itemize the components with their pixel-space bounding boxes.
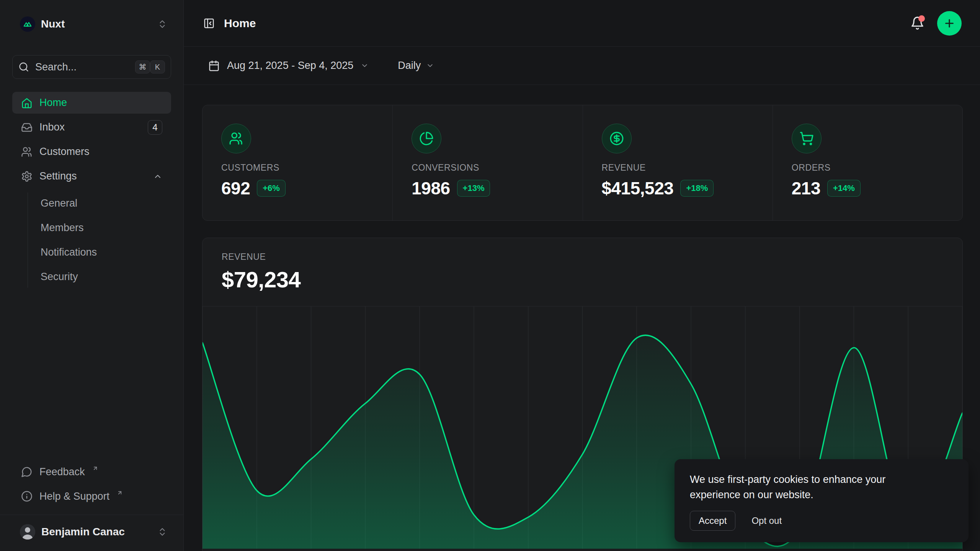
- sidebar-item-notifications[interactable]: Notifications: [28, 241, 171, 263]
- stats-card: CUSTOMERS 692 +6% CONVERSIONS 1986 +13%: [202, 105, 963, 221]
- filters-toolbar: Aug 21, 2025 - Sep 4, 2025 Daily: [184, 47, 980, 85]
- revenue-chart-header: REVENUE $79,234: [203, 238, 962, 292]
- search-icon: [18, 62, 29, 72]
- search-input[interactable]: [35, 61, 129, 73]
- sidebar-item-home[interactable]: Home: [12, 92, 171, 114]
- stat-orders: ORDERS 213 +14%: [773, 105, 962, 220]
- calendar-icon: [208, 60, 220, 72]
- external-link-icon: [117, 490, 123, 496]
- stat-customers: CUSTOMERS 692 +6%: [203, 105, 392, 220]
- stat-delta-badge: +18%: [680, 180, 714, 197]
- users-icon: [229, 131, 243, 146]
- search-input-wrapper: ⌘ K: [12, 55, 171, 79]
- circle-dollar-icon: [609, 131, 624, 146]
- search-shortcut: ⌘ K: [135, 60, 165, 73]
- user-name: Benjamin Canac: [41, 526, 151, 538]
- stat-label: CUSTOMERS: [221, 163, 392, 173]
- pie-chart-icon: [419, 131, 434, 146]
- sidebar-item-label: Customers: [39, 146, 90, 158]
- period-label: Daily: [398, 60, 421, 72]
- date-range-button[interactable]: Aug 21, 2025 - Sep 4, 2025: [202, 54, 375, 78]
- sidebar-item-label: Home: [39, 97, 67, 109]
- help-support-link[interactable]: Help & Support: [12, 486, 171, 507]
- stat-delta-badge: +6%: [257, 180, 286, 197]
- inbox-count-badge: 4: [148, 120, 162, 135]
- date-range-label: Aug 21, 2025 - Sep 4, 2025: [227, 60, 353, 72]
- period-select[interactable]: Daily: [392, 54, 440, 78]
- stat-value: 213: [792, 178, 820, 199]
- stat-revenue: REVENUE $415,523 +18%: [583, 105, 773, 220]
- sidebar-nav: Home Inbox 4 Customers Settings General …: [12, 92, 171, 288]
- chevron-down-icon: [426, 62, 434, 70]
- stat-conversions: CONVERSIONS 1986 +13%: [392, 105, 582, 220]
- cookie-banner: We use first-party cookies to enhance yo…: [675, 459, 969, 542]
- stat-label: CONVERSIONS: [412, 163, 582, 173]
- page-header: Home: [184, 0, 980, 47]
- info-circle-icon: [21, 491, 33, 502]
- sidebar-item-members[interactable]: Members: [28, 217, 171, 239]
- team-switcher[interactable]: Nuxt: [12, 15, 171, 34]
- sidebar-item-customers[interactable]: Customers: [12, 141, 171, 163]
- revenue-chart-label: REVENUE: [222, 252, 943, 262]
- panel-left-close-icon: [203, 18, 215, 29]
- settings-subnav: General Members Notifications Security: [28, 192, 171, 288]
- sidebar-item-label: Settings: [39, 170, 77, 182]
- stat-value: 692: [221, 178, 250, 199]
- stat-value: 1986: [412, 178, 450, 199]
- avatar: [20, 524, 35, 540]
- sidebar-footer-links: Feedback Help & Support: [12, 461, 171, 507]
- home-icon: [21, 97, 33, 109]
- notifications-button[interactable]: [909, 15, 926, 32]
- stat-delta-badge: +14%: [827, 180, 861, 197]
- stat-value: $415,523: [602, 178, 674, 199]
- nuxt-logo-icon: [20, 16, 35, 32]
- cart-icon: [799, 131, 814, 146]
- revenue-chart-value: $79,234: [222, 267, 943, 292]
- stat-label: REVENUE: [602, 163, 773, 173]
- external-link-icon: [92, 465, 98, 471]
- chat-bubble-icon: [21, 466, 33, 478]
- plus-icon: [943, 17, 956, 29]
- cmd-key: ⌘: [135, 60, 150, 73]
- team-name: Nuxt: [41, 18, 152, 30]
- notification-dot: [918, 15, 925, 22]
- sidebar-item-general[interactable]: General: [28, 192, 171, 214]
- sidebar-item-settings[interactable]: Settings: [12, 165, 171, 187]
- inbox-icon: [21, 122, 33, 133]
- cookie-message: We use first-party cookies to enhance yo…: [690, 472, 923, 502]
- page-title: Home: [224, 17, 256, 30]
- chevrons-up-down-icon: [157, 19, 167, 29]
- sidebar: Nuxt ⌘ K Home Inbox 4 Customers: [0, 0, 184, 551]
- add-button[interactable]: [937, 11, 962, 36]
- dashboard-root: Nuxt ⌘ K Home Inbox 4 Customers: [0, 0, 980, 551]
- chevron-down-icon: [361, 62, 369, 70]
- sidebar-item-label: Inbox: [39, 121, 65, 133]
- chevrons-up-down-icon: [157, 527, 167, 537]
- optout-cookies-button[interactable]: Opt out: [751, 515, 782, 526]
- stat-label: ORDERS: [792, 163, 962, 173]
- user-menu[interactable]: Benjamin Canac: [12, 515, 171, 549]
- accept-cookies-button[interactable]: Accept: [690, 511, 735, 531]
- cookie-actions: Accept Opt out: [690, 511, 953, 531]
- sidebar-collapse-button[interactable]: [202, 16, 216, 30]
- feedback-link[interactable]: Feedback: [12, 461, 171, 483]
- stat-delta-badge: +13%: [457, 180, 490, 197]
- chevron-up-icon[interactable]: [153, 172, 162, 181]
- k-key: K: [150, 60, 165, 73]
- users-icon: [21, 146, 33, 158]
- header-actions: [909, 11, 962, 36]
- gear-icon: [21, 171, 33, 182]
- sidebar-item-security[interactable]: Security: [28, 266, 171, 288]
- sidebar-item-inbox[interactable]: Inbox 4: [12, 116, 171, 138]
